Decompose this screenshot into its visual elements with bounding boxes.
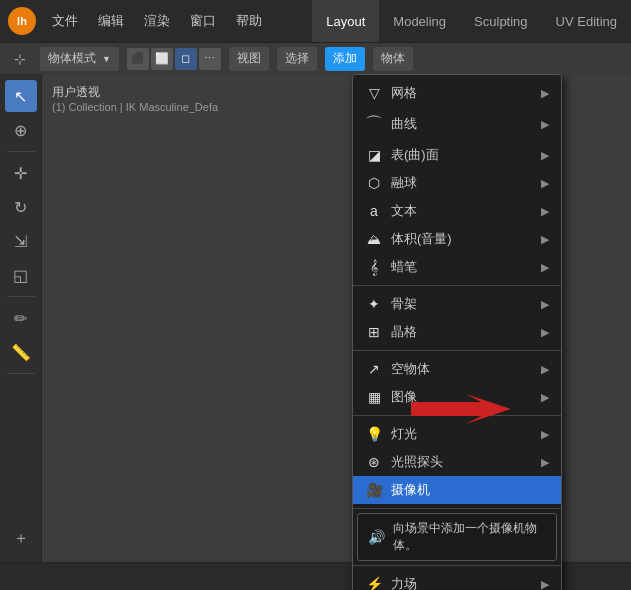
tab-layout[interactable]: Layout <box>312 0 379 42</box>
lightprobe-arrow: ▶ <box>541 456 549 469</box>
icon-sq-1[interactable]: ⬛ <box>127 48 149 70</box>
select-btn[interactable]: 选择 <box>277 47 317 71</box>
divider-2 <box>353 350 561 351</box>
mesh-arrow: ▶ <box>541 87 549 100</box>
dropdown-label-light: 灯光 <box>391 425 417 443</box>
metaball-icon: ⬡ <box>365 175 383 191</box>
text-icon: a <box>365 203 383 219</box>
camera-icon: 🎥 <box>365 482 383 498</box>
armature-icon: ✦ <box>365 296 383 312</box>
icon-sq-3[interactable]: ◻ <box>175 48 197 70</box>
image-arrow: ▶ <box>541 391 549 404</box>
workspace-tabs: Layout Modeling Sculpting UV Editing <box>312 0 631 42</box>
divider-5 <box>353 565 561 566</box>
armature-arrow: ▶ <box>541 298 549 311</box>
tab-uv-editing[interactable]: UV Editing <box>542 0 631 42</box>
dropdown-label-forcefield: 力场 <box>391 575 417 590</box>
menu-help[interactable]: 帮助 <box>228 8 270 34</box>
top-bar: Ih 文件 编辑 渲染 窗口 帮助 Layout Modeling Sculpt… <box>0 0 631 42</box>
curve-icon: ⌒ <box>365 112 383 136</box>
image-icon: ▦ <box>365 389 383 405</box>
light-icon: 💡 <box>365 426 383 442</box>
dropdown-item-grease[interactable]: 𝄞 蜡笔 ▶ <box>353 253 561 281</box>
menu-edit[interactable]: 编辑 <box>90 8 132 34</box>
main-area: ↖ ⊕ ✛ ↻ ⇲ ◱ ✏ 📏 ＋ 用户透视 (1) Collection | … <box>0 74 631 590</box>
dropdown-item-empty[interactable]: ↗ 空物体 ▶ <box>353 355 561 383</box>
dropdown-item-lattice[interactable]: ⊞ 晶格 ▶ <box>353 318 561 346</box>
forcefield-arrow: ▶ <box>541 578 549 591</box>
tool-select[interactable]: ↖ <box>5 80 37 112</box>
mode-dropdown[interactable]: 物体模式 ▼ <box>40 47 119 71</box>
dropdown-item-mesh[interactable]: ▽ 网格 ▶ <box>353 79 561 107</box>
dropdown-label-camera: 摄像机 <box>391 481 430 499</box>
metaball-arrow: ▶ <box>541 177 549 190</box>
tool-annotate[interactable]: ✏ <box>5 302 37 334</box>
dropdown-item-forcefield[interactable]: ⚡ 力场 ▶ <box>353 570 561 590</box>
mesh-icon: ▽ <box>365 85 383 101</box>
object-btn[interactable]: 物体 <box>373 47 413 71</box>
dropdown-label-mesh: 网格 <box>391 84 417 102</box>
blender-logo[interactable]: Ih <box>8 7 36 35</box>
tool-measure[interactable]: 📏 <box>5 336 37 368</box>
tool-move[interactable]: ✛ <box>5 157 37 189</box>
dropdown-item-camera[interactable]: 🎥 摄像机 <box>353 476 561 504</box>
dropdown-item-volume[interactable]: ⛰ 体积(音量) ▶ <box>353 225 561 253</box>
dropdown-label-volume: 体积(音量) <box>391 230 452 248</box>
dropdown-item-surface[interactable]: ◪ 表(曲)面 ▶ <box>353 141 561 169</box>
tool-scale[interactable]: ⇲ <box>5 225 37 257</box>
menu-file[interactable]: 文件 <box>44 8 86 34</box>
menu-window[interactable]: 窗口 <box>182 8 224 34</box>
icon-sq-4[interactable]: ⋯ <box>199 48 221 70</box>
dropdown-item-curve[interactable]: ⌒ 曲线 ▶ <box>353 107 561 141</box>
volume-icon: ⛰ <box>365 231 383 247</box>
menu-render[interactable]: 渲染 <box>136 8 178 34</box>
dropdown-item-armature[interactable]: ✦ 骨架 ▶ <box>353 290 561 318</box>
empty-icon: ↗ <box>365 361 383 377</box>
tool-transform[interactable]: ◱ <box>5 259 37 291</box>
dropdown-item-text[interactable]: a 文本 ▶ <box>353 197 561 225</box>
grease-icon: 𝄞 <box>365 259 383 276</box>
view-icon[interactable]: ⊹ <box>8 47 32 71</box>
dropdown-label-grease: 蜡笔 <box>391 258 417 276</box>
icon-grid: ⬛ ⬜ ◻ ⋯ <box>127 48 221 70</box>
red-arrow-indicator <box>411 394 511 427</box>
lattice-icon: ⊞ <box>365 324 383 340</box>
tool-sep-3 <box>7 373 35 374</box>
divider-1 <box>353 285 561 286</box>
surface-icon: ◪ <box>365 147 383 163</box>
dropdown-tooltip-row: 🔊 向场景中添加一个摄像机物体。 <box>357 513 557 561</box>
mode-dropdown-arrow: ▼ <box>102 54 111 64</box>
curve-arrow: ▶ <box>541 118 549 131</box>
view-btn[interactable]: 视图 <box>229 47 269 71</box>
svg-marker-2 <box>411 394 511 424</box>
dropdown-label-lattice: 晶格 <box>391 323 417 341</box>
add-btn[interactable]: 添加 <box>325 47 365 71</box>
dropdown-item-metaball[interactable]: ⬡ 融球 ▶ <box>353 169 561 197</box>
top-bar-left: Ih 文件 编辑 渲染 窗口 帮助 <box>0 7 278 35</box>
divider-4 <box>353 508 561 509</box>
viewport[interactable]: 用户透视 (1) Collection | IK Masculine_Defa … <box>42 74 631 590</box>
tool-cursor[interactable]: ⊕ <box>5 114 37 146</box>
lightprobe-icon: ⊛ <box>365 454 383 470</box>
dropdown-item-lightprobe[interactable]: ⊛ 光照探头 ▶ <box>353 448 561 476</box>
text-arrow: ▶ <box>541 205 549 218</box>
dropdown-tooltip-text: 向场景中添加一个摄像机物体。 <box>393 520 546 554</box>
dropdown-label-text: 文本 <box>391 202 417 220</box>
empty-arrow: ▶ <box>541 363 549 376</box>
tool-rotate[interactable]: ↻ <box>5 191 37 223</box>
surface-arrow: ▶ <box>541 149 549 162</box>
add-dropdown-menu: ▽ 网格 ▶ ⌒ 曲线 ▶ ◪ 表(曲)面 ▶ <box>352 74 562 590</box>
tool-add[interactable]: ＋ <box>5 522 37 554</box>
left-sidebar: ↖ ⊕ ✛ ↻ ⇲ ◱ ✏ 📏 ＋ <box>0 74 42 590</box>
forcefield-icon: ⚡ <box>365 576 383 590</box>
volume-arrow: ▶ <box>541 233 549 246</box>
viewport-label: 用户透视 (1) Collection | IK Masculine_Defa <box>52 84 218 113</box>
dropdown-label-curve: 曲线 <box>391 115 417 133</box>
grease-arrow: ▶ <box>541 261 549 274</box>
dropdown-label-lightprobe: 光照探头 <box>391 453 443 471</box>
dropdown-label-surface: 表(曲)面 <box>391 146 439 164</box>
tab-modeling[interactable]: Modeling <box>379 0 460 42</box>
second-bar: ⊹ 物体模式 ▼ ⬛ ⬜ ◻ ⋯ 视图 选择 添加 物体 <box>0 42 631 74</box>
tab-sculpting[interactable]: Sculpting <box>460 0 541 42</box>
icon-sq-2[interactable]: ⬜ <box>151 48 173 70</box>
